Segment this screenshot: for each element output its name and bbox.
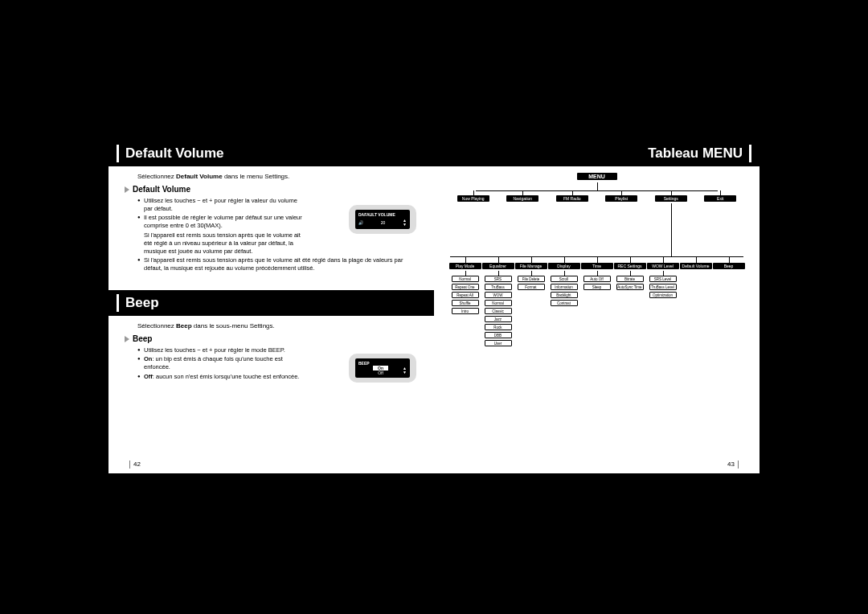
device-screen: DAFAULT VOLUME 🔊 20 ▲▼ — [355, 210, 410, 229]
bullets-beep: Utilisez les touches − et + pour régler … — [137, 346, 306, 381]
bullet: Off: aucun son n'est émis lorsqu'une tou… — [137, 373, 306, 381]
tree-leaf: Classic — [485, 308, 512, 314]
bullet: Utilisez les touches − et + pour régler … — [137, 197, 306, 213]
tree-leaf: Repeat All — [452, 292, 479, 298]
txt: : un bip est émis à chaque fois qu'une t… — [144, 355, 283, 370]
subheading-beep: Beep — [125, 334, 420, 343]
tree-node-now-playing: Now Playing — [457, 195, 489, 202]
header-title: Tableau MENU — [648, 145, 743, 162]
header-beep: Beep — [108, 290, 434, 316]
tree-leaf: Information — [551, 284, 578, 290]
tree-leaf: DBB — [485, 332, 512, 338]
option: Off — [358, 370, 403, 375]
tree-node-navigation: Navigation — [506, 195, 538, 202]
intro-text-2: dans le menu Settings. — [223, 173, 290, 180]
bold: Off — [144, 373, 153, 380]
tree-node-settings: Settings — [655, 195, 687, 202]
chevron-up-down-icon: ▲▼ — [403, 366, 407, 375]
tree-node-equalizer: Equalizer — [482, 263, 514, 269]
page-right: Tableau MENU MENU Now PlayingNavigationF… — [434, 141, 760, 473]
tree-leaf: Normal — [485, 300, 512, 306]
tree-node-rec-settings: REC Settings — [614, 263, 646, 269]
screen-title: DAFAULT VOLUME — [358, 212, 407, 217]
intro-text-2: dans le sous-menu Settings. — [192, 322, 275, 330]
device-beep: BEEP On Off ▲▼ — [349, 354, 416, 383]
triangle-icon — [125, 186, 129, 193]
tree-node-display: Display — [548, 263, 580, 269]
tree-leaf: TruBass — [485, 284, 512, 290]
screen-value: 20 — [381, 220, 386, 225]
txt: : aucun son n'est émis lorsqu'une touche… — [153, 373, 300, 380]
sub-label: Default Volume — [133, 185, 190, 194]
bullet-sub: Si l'appareil est remis sous tension apr… — [144, 231, 306, 256]
tree-leaf: Jazz — [485, 316, 512, 322]
tree-leaf: WOW — [485, 292, 512, 298]
tree-leaf: SRS — [485, 276, 512, 282]
page-left: Default Volume Sélectionnez Default Volu… — [108, 141, 434, 473]
tree-leaf: User — [485, 340, 512, 346]
header-title-1: Default Volume — [125, 145, 223, 162]
tree-node-fm-radio: FM Radio — [556, 195, 588, 202]
tree-node-wow-level: WOW Level — [647, 263, 679, 269]
manual-spread: Default Volume Sélectionnez Default Volu… — [108, 141, 760, 473]
tree-leaf: Intro — [452, 308, 479, 314]
header-accent — [749, 145, 751, 162]
menu-tree: MENU Now PlayingNavigationFM RadioPlayli… — [448, 173, 745, 446]
tree-node-beep: Beep — [713, 263, 745, 269]
page-number-right: 43 — [727, 460, 742, 469]
header-title-2: Beep — [125, 295, 159, 311]
pn: 43 — [727, 460, 735, 468]
tree-leaf: Rock — [485, 324, 512, 330]
tree-node-playlist: Playlist — [605, 195, 637, 202]
tree-leaf: Shuffle — [452, 300, 479, 306]
intro-text: Sélectionnez — [137, 173, 176, 180]
header-default-volume: Default Volume — [108, 141, 434, 166]
bullet: On: un bip est émis à chaque fois qu'une… — [137, 355, 306, 371]
tree-leaf: Sleep — [583, 284, 611, 290]
device-default-volume: DAFAULT VOLUME 🔊 20 ▲▼ — [349, 205, 416, 234]
tree-leaf: File Delete — [518, 276, 545, 282]
tree-leaf: Normal — [452, 276, 479, 282]
tree-node-default-volume: Default Volume — [680, 263, 712, 269]
intro-bold: Beep — [176, 322, 192, 330]
tree-node-play-mode: Play Mode — [449, 263, 481, 269]
bullet: Si l'appareil est remis sous tension apr… — [137, 256, 419, 272]
intro-text: Sélectionnez — [137, 322, 176, 330]
tree-node-file-manage: File Manage — [515, 263, 547, 269]
tree-root: MENU — [577, 173, 617, 180]
intro-beep: Sélectionnez Beep dans le sous-menu Sett… — [137, 322, 420, 330]
bullet: Il est possible de régler le volume par … — [137, 214, 306, 256]
tree-leaf: Format — [518, 284, 545, 290]
subheading-default-volume: Default Volume — [125, 185, 420, 194]
bullet-text: Il est possible de régler le volume par … — [144, 214, 302, 229]
intro-default-volume: Sélectionnez Default Volume dans le menu… — [137, 173, 420, 180]
tree-leaf: Backlight — [551, 292, 578, 298]
chevron-up-down-icon: ▲▼ — [403, 219, 407, 227]
tree-leaf: Contrast — [551, 300, 578, 306]
device-screen: BEEP On Off ▲▼ — [355, 358, 410, 378]
pn: 42 — [133, 460, 141, 468]
intro-bold: Default Volume — [176, 173, 223, 180]
tree-node-exit: Exit — [704, 195, 736, 202]
bold: On — [144, 355, 152, 362]
tree-leaf: Optimization — [649, 292, 677, 298]
tree-leaf: Auto Off — [583, 276, 611, 282]
header-tableau-menu: Tableau MENU — [434, 141, 760, 166]
tree-leaf: TruBass Level — [649, 284, 677, 290]
speaker-icon: 🔊 — [358, 220, 363, 225]
tree-leaf: AutoSync Time — [616, 284, 644, 290]
tree-leaf: Repeat One — [452, 284, 479, 290]
bullet: Utilisez les touches − et + pour régler … — [137, 346, 306, 354]
triangle-icon — [125, 336, 129, 342]
tree-leaf: Scroll — [551, 276, 578, 282]
header-accent — [117, 294, 119, 312]
tree-leaf: SRS Level — [649, 276, 677, 282]
bullets-default-volume: Utilisez les touches − et + pour régler … — [137, 197, 306, 272]
page-number-left: 42 — [126, 460, 141, 469]
header-accent — [117, 145, 119, 162]
tree-node-time: Time — [581, 263, 613, 269]
tree-leaf: Bitrate — [616, 276, 644, 282]
sub-label: Beep — [133, 334, 152, 343]
